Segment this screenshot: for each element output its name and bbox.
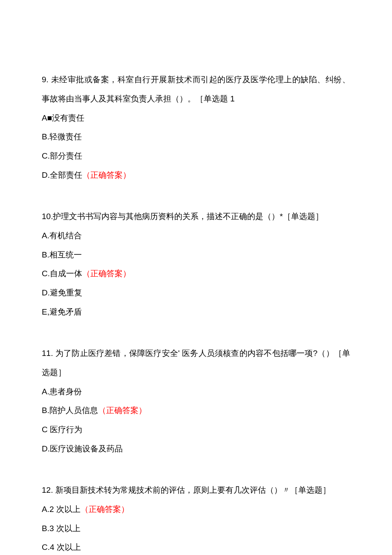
option-text: B.3 次以上 (42, 524, 81, 533)
question-10-option-e: E,避免矛盾 (42, 303, 350, 322)
question-12-stem: 12. 新项目新技术转为常规技术前的评估，原则上要有几次评估（）〃［单选题］ (42, 481, 350, 500)
question-11-option-a: A.患者身份 (42, 382, 350, 402)
document-page: 9. 未经审批或备案，科室自行开展新技术而引起的医疗及医学伦理上的缺陷、纠纷、事… (0, 0, 392, 555)
question-9-option-d: D.全部责任（正确答案） (42, 166, 350, 185)
correct-answer-marker: （正确答案） (82, 269, 131, 278)
question-11-stem: 11. 为了防止医疗差错，保障医疗安全' 医务人员须核查的内容不包括哪一项?（）… (42, 344, 350, 382)
option-text: A.患者身份 (42, 387, 82, 396)
option-text: C 医疗行为 (42, 425, 82, 434)
correct-answer-marker: （正确答案） (81, 505, 129, 514)
question-10: 10.护理文书书写内容与其他病历资料的关系，描述不正确的是（）*［单选题］ A.… (42, 207, 350, 322)
question-10-option-b: B.相互统一 (42, 246, 350, 265)
question-11-option-b: B.陪护人员信息（正确答案） (42, 401, 350, 420)
question-9-option-a: A■没有责任 (42, 109, 350, 128)
option-text: B.陪护人员信息 (42, 406, 98, 415)
question-11-option-c: C 医疗行为 (42, 420, 350, 439)
option-text: E,避免矛盾 (42, 307, 82, 316)
correct-answer-marker: （正确答案） (82, 171, 131, 179)
option-text: D.医疗设施设备及药品 (42, 444, 123, 453)
option-text: C.部分责任 (42, 151, 82, 160)
option-text: A.2 次以上 (42, 505, 81, 514)
question-12-option-b: B.3 次以上 (42, 519, 350, 538)
correct-answer-marker: （正确答案） (98, 406, 147, 415)
option-text: A.有机结合 (42, 231, 82, 240)
question-11: 11. 为了防止医疗差错，保障医疗安全' 医务人员须核查的内容不包括哪一项?（）… (42, 344, 350, 459)
question-10-option-d: D.避免重复 (42, 283, 350, 303)
option-text: A■没有责任 (42, 113, 84, 122)
option-text: D.避免重复 (42, 288, 82, 297)
option-text: C.自成一体 (42, 269, 82, 278)
question-11-option-d: D.医疗设施设备及药品 (42, 439, 350, 459)
question-12-option-c: C.4 次以上 (42, 538, 350, 555)
question-9: 9. 未经审批或备案，科室自行开展新技术而引起的医疗及医学伦理上的缺陷、纠纷、事… (42, 70, 350, 185)
question-9-stem: 9. 未经审批或备案，科室自行开展新技术而引起的医疗及医学伦理上的缺陷、纠纷、事… (42, 70, 350, 109)
question-10-option-c: C.自成一体（正确答案） (42, 264, 350, 283)
option-text: B.轻微责任 (42, 132, 82, 141)
question-12: 12. 新项目新技术转为常规技术前的评估，原则上要有几次评估（）〃［单选题］ A… (42, 481, 350, 555)
option-text: D.全部责任 (42, 171, 82, 179)
question-10-stem: 10.护理文书书写内容与其他病历资料的关系，描述不正确的是（）*［单选题］ (42, 207, 350, 226)
option-text: B.相互统一 (42, 250, 82, 259)
question-10-option-a: A.有机结合 (42, 226, 350, 246)
option-text: C.4 次以上 (42, 543, 81, 552)
question-9-option-c: C.部分责任 (42, 147, 350, 166)
question-12-option-a: A.2 次以上（正确答案） (42, 500, 350, 519)
question-9-option-b: B.轻微责任 (42, 127, 350, 147)
